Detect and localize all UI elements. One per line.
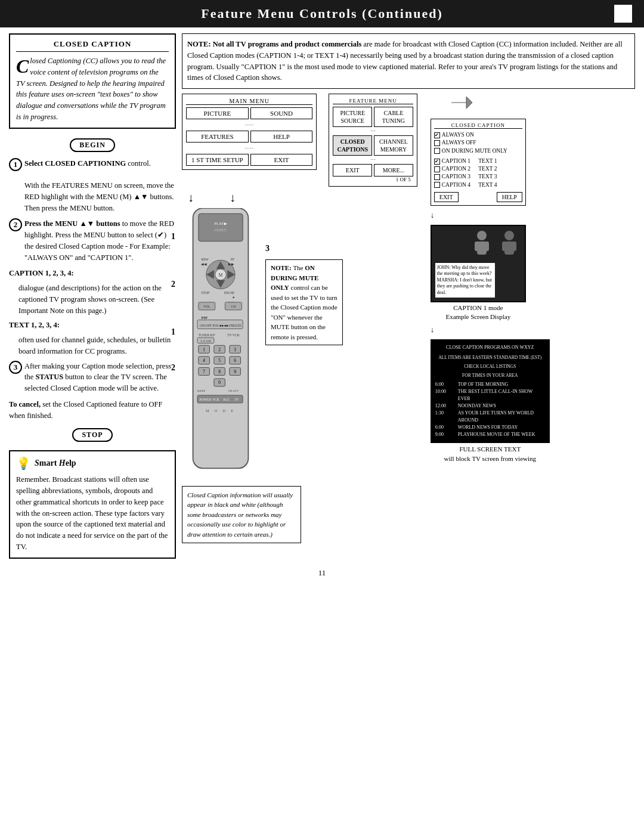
svg-text:POWER: POWER — [200, 398, 212, 401]
fst-item-5: 9:00PLAYHOUSE MOVIE OF THE WEEK — [435, 431, 545, 438]
person-silhouette-1 — [470, 230, 494, 259]
cc-opt-text3: TEXT 3 — [478, 173, 522, 181]
cc-opt-always-on: ✔ ALWAYS ON — [434, 131, 522, 139]
fst-title: CLOSE CAPTION PROGRAMS ON WXYZ — [435, 344, 545, 352]
cc-opt-cap2: CAPTION 2 — [434, 165, 478, 173]
fm-btn-channel[interactable]: CHANNELMEMORY — [374, 135, 413, 156]
fst-sub3: FOR TIMES IN YOUR AREA — [435, 372, 545, 379]
mute-note: NOTE: The ON DURING MUTE ONLY control ca… — [265, 259, 343, 345]
cc-cap4-label: CAPTION 4 — [442, 181, 470, 189]
main-content: Closed Caption Closed Captioning (CC) al… — [0, 27, 644, 565]
cc-check-cap4 — [434, 182, 440, 188]
fst-time-5: 9:00 — [435, 431, 454, 438]
svg-text:3: 3 — [234, 347, 236, 352]
cc-cap2-label: CAPTION 2 — [442, 165, 470, 173]
fm-btn-picture-src[interactable]: PICTURESOURCE — [333, 107, 372, 127]
svg-text:CH AUT: CH AUT — [228, 389, 239, 392]
fst-text-4: WORLD NEWS FOR TODAY — [458, 424, 518, 431]
fm-dots-1: ····· — [333, 129, 413, 134]
fst-item-4: 6:00WORLD NEWS FOR TODAY — [435, 424, 545, 431]
caption-dialog-2: MARSHA: I don't know, but they are pushi… — [437, 277, 492, 295]
step-1-content: Select CLOSED CAPTIONING control. With t… — [24, 158, 176, 214]
svg-text:ON/OFF POS ■■ ■■ FREEZE: ON/OFF POS ■■ ■■ FREEZE — [200, 324, 242, 327]
menu-btn-exit[interactable]: EXIT — [250, 154, 313, 166]
fst-text-3: AS YOUR LIFE TURNS MY WORLD AROUND — [458, 410, 545, 424]
cc-opt-mute-label: ON DURING MUTE ONLY — [442, 147, 507, 155]
step-2-label: Press the MENU ▲▼ buttons — [24, 219, 120, 228]
left-column: Closed Caption Closed Captioning (CC) al… — [9, 33, 176, 559]
remote-label-1a: 1 — [171, 232, 175, 241]
fst-item-0: 6:00TOP OF THE MORNING — [435, 381, 545, 388]
fm-btn-exit[interactable]: EXIT — [333, 164, 372, 176]
arrow-svg-cc — [448, 94, 472, 112]
cc-check-cap3 — [434, 174, 440, 180]
svg-rect-1 — [199, 213, 243, 241]
svg-text:CH: CH — [231, 305, 236, 308]
step-1-detail: With the FEATURES MENU on screen, move t… — [24, 181, 174, 212]
cc-opt-text2: TEXT 2 — [478, 165, 522, 173]
fst-time-3: 1:30 — [435, 410, 454, 424]
person-silhouette-2 — [497, 230, 521, 259]
svg-rect-60 — [475, 241, 479, 251]
menu-btn-setup[interactable]: 1 ST TIME SETUP — [186, 154, 249, 166]
svg-text:REW: REW — [202, 258, 209, 261]
mute-note-text: NOTE: The ON DURING MUTE ONLY control ca… — [271, 264, 338, 340]
svg-rect-61 — [484, 241, 489, 251]
cc-body-text: losed Captioning (CC) allows you to read… — [16, 57, 166, 121]
arrow-down-cc: ↓ — [431, 210, 435, 220]
svg-text:TV: TV — [234, 398, 239, 401]
fm-btn-cable[interactable]: CABLETUNING — [374, 107, 413, 127]
svg-text:1-3 3-D: 1-3 3-D — [200, 339, 210, 343]
left-diagrams: MAIN MENU PICTURE SOUND ····· FEATURES H… — [182, 94, 417, 543]
cc-feature-menu: CLOSED CAPTION ✔ ALWAYS ON ALWAYS OFF — [431, 119, 526, 206]
cc-opt-always-off-label: ALWAYS OFF — [442, 139, 476, 147]
remote-with-labels: 1 2 1 2 PLAY▶ STATUS — [182, 208, 259, 476]
fst-text-1: THE BEST LITTLE CALL-IN SHOW EVER — [458, 388, 545, 402]
menu-btn-help[interactable]: HELP — [250, 131, 313, 143]
svg-text:SLEEP: SLEEP — [197, 389, 206, 392]
svg-text:8: 8 — [218, 369, 221, 374]
cc-help-btn[interactable]: HELP — [497, 192, 522, 202]
svg-text:■: ■ — [233, 296, 234, 299]
menu-btn-picture[interactable]: PICTURE — [186, 107, 249, 119]
feature-menu-container: FEATURE MENU PICTURESOURCE CABLETUNING ·… — [329, 94, 417, 187]
fm-btn-cc[interactable]: CLOSEDCAPTIONS — [333, 135, 372, 156]
fm-btn-more[interactable]: MORE... — [374, 164, 413, 176]
svg-text:2: 2 — [218, 347, 221, 352]
dropcap: C — [16, 57, 29, 76]
menu-btn-features[interactable]: FEATURES — [186, 131, 249, 143]
full-screen-text-diagram: CLOSE CAPTION PROGRAMS ON WXYZ ALL ITEMS… — [431, 339, 550, 443]
cc-col1: ✔ CAPTION 1 CAPTION 2 CAPTION 3 — [434, 157, 478, 189]
step-3: 3 After making your Caption mode selecti… — [9, 361, 176, 394]
menu-dots-2: ····· — [186, 145, 312, 151]
text-head: TEXT 1, 2, 3, 4: — [9, 320, 176, 331]
cc-cap1-label: CAPTION 1 — [442, 157, 470, 165]
menu-btn-sound[interactable]: SOUND — [250, 107, 313, 119]
cc-opt-always-on-label: ALWAYS ON — [442, 131, 474, 139]
page-header: Feature Menu Controls (Continued) — [0, 0, 644, 27]
remote-row: 1 2 1 2 PLAY▶ STATUS — [182, 208, 343, 476]
page: Feature Menu Controls (Continued) Closed… — [0, 0, 644, 833]
caption-bubble: JOHN: Why did they move the meeting up t… — [435, 263, 495, 298]
svg-text:STATUS: STATUS — [215, 228, 227, 232]
svg-text:VCR: VCR — [212, 398, 219, 401]
right-diagrams: CLOSED CAPTION ✔ ALWAYS ON ALWAYS OFF — [431, 94, 550, 462]
svg-text:0: 0 — [218, 380, 221, 385]
svg-text:1: 1 — [203, 347, 205, 352]
cc-col2: TEXT 1 TEXT 2 TEXT 3 TEXT 4 — [478, 157, 522, 189]
main-menu-container: MAIN MENU PICTURE SOUND ····· FEATURES H… — [182, 94, 317, 170]
cc-opt-cap1: ✔ CAPTION 1 — [434, 157, 478, 165]
step-label-3: 3 — [265, 244, 343, 253]
arrow-down-1: ↓ — [188, 191, 194, 203]
svg-text:FF: FF — [231, 258, 234, 261]
fst-text-2: NOONDAY NEWS — [458, 402, 496, 410]
cc-opt-cap3: CAPTION 3 — [434, 173, 478, 181]
caption-detail: dialogue (and descriptions) for the acti… — [9, 283, 176, 316]
svg-text:M O D E: M O D E — [206, 408, 236, 413]
cc-text1-label: TEXT 1 — [478, 157, 497, 165]
right-column: NOTE: Not all TV programs and product co… — [182, 33, 635, 559]
svg-text:5: 5 — [218, 358, 221, 363]
cc-exit-btn[interactable]: EXIT — [434, 192, 459, 202]
stop-pill: STOP — [72, 428, 112, 442]
remote-control: PLAY▶ STATUS M — [182, 208, 259, 474]
